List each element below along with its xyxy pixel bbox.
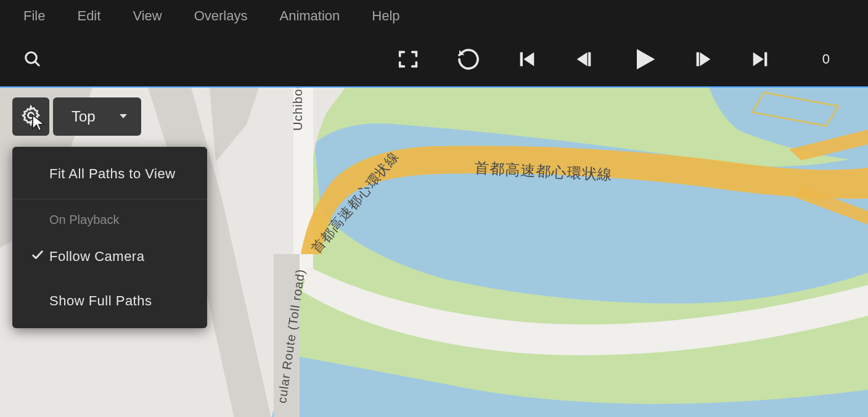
menu-view[interactable]: View <box>133 8 162 24</box>
svg-rect-7 <box>696 52 698 67</box>
map-viewport[interactable]: Uchibori Dori 首都高速都心環状線 首都高速都心環状線 cular … <box>0 86 868 417</box>
step-back-icon[interactable] <box>573 49 594 70</box>
svg-rect-10 <box>764 52 767 67</box>
svg-marker-8 <box>700 52 710 67</box>
gear-icon <box>20 105 41 128</box>
svg-marker-4 <box>576 52 587 67</box>
menu-section-on-playback: On Playback <box>12 202 207 234</box>
fullscreen-icon[interactable] <box>396 47 420 72</box>
svg-marker-3 <box>523 52 534 67</box>
svg-marker-6 <box>637 49 655 70</box>
frame-counter: 0 <box>822 51 830 67</box>
menu-edit[interactable]: Edit <box>77 8 100 24</box>
view-mode-label: Top <box>72 108 96 125</box>
svg-marker-15 <box>120 114 127 118</box>
checkmark-icon <box>31 248 44 265</box>
svg-marker-9 <box>753 52 763 67</box>
play-icon[interactable] <box>630 46 657 73</box>
svg-rect-2 <box>520 52 522 67</box>
svg-line-1 <box>35 62 39 65</box>
skip-end-icon[interactable] <box>750 49 771 70</box>
menu-help[interactable]: Help <box>372 8 399 24</box>
menu-item-fit-paths[interactable]: Fit All Paths to View <box>12 152 207 196</box>
view-controls: Top <box>12 97 141 136</box>
search-icon[interactable] <box>23 50 42 68</box>
menu-overlays[interactable]: Overlays <box>194 8 248 24</box>
menu-separator <box>12 199 207 199</box>
menu-animation[interactable]: Animation <box>279 8 340 24</box>
menu-item-label: Fit All Paths to View <box>49 166 176 182</box>
step-forward-icon[interactable] <box>693 49 714 70</box>
view-settings-menu: Fit All Paths to View On Playback Follow… <box>12 147 207 328</box>
loop-icon[interactable] <box>456 47 481 72</box>
svg-point-14 <box>28 112 33 118</box>
chevron-down-icon <box>118 108 129 125</box>
menu-item-follow-camera[interactable]: Follow Camera <box>12 234 207 279</box>
menu-item-label: Show Full Paths <box>49 293 152 309</box>
svg-rect-5 <box>588 52 591 67</box>
road-label-street: Uchibori Dori <box>291 86 305 131</box>
menu-item-label: Follow Camera <box>49 249 144 265</box>
menubar: File Edit View Overlays Animation Help <box>0 0 868 32</box>
view-mode-select[interactable]: Top <box>53 97 141 136</box>
view-settings-button[interactable] <box>12 97 49 136</box>
menu-file[interactable]: File <box>23 8 45 24</box>
menu-item-show-full-paths[interactable]: Show Full Paths <box>12 279 207 323</box>
toolbar: 0 <box>0 32 868 86</box>
skip-start-icon[interactable] <box>517 49 538 70</box>
